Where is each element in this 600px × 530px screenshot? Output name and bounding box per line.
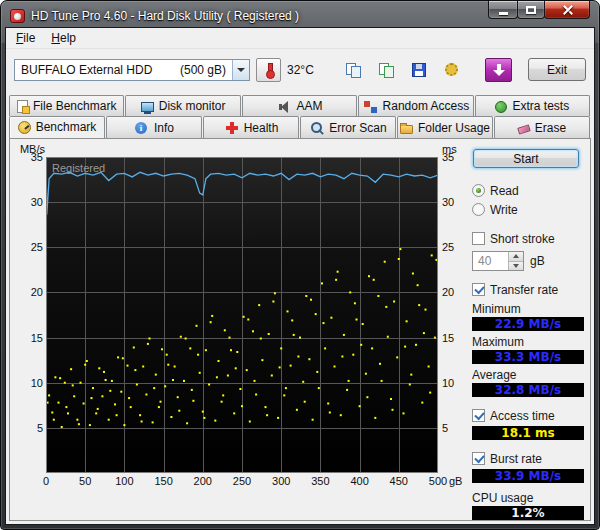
tab-label: Benchmark [36,120,97,134]
start-button[interactable]: Start [473,149,579,168]
temperature-value: 32°C [287,63,314,77]
tab-random-access[interactable]: Random Access [358,95,473,116]
x-axis-tick: 350 [311,475,329,487]
read-radio-label: Read [490,184,519,198]
checkbox-icon [472,283,485,296]
save-icon [412,63,426,77]
y-axis-tick-right: 25 [442,241,454,253]
y-axis-tick-left: 10 [31,377,43,389]
drive-selector[interactable]: BUFFALO External HDD (500 gB) [14,59,250,81]
y-axis-tick-left: 25 [31,241,43,253]
menu-file[interactable]: File [8,29,43,47]
minimum-label: Minimum [472,302,586,316]
write-radio[interactable]: Write [472,201,586,218]
x-axis-tick: 50 [79,475,91,487]
maximum-value: 33.3 MB/s [472,350,584,364]
tab-extra-tests[interactable]: Extra tests [475,95,590,116]
access-time-value: 18.1 ms [472,426,584,440]
x-axis-tick: 400 [350,475,368,487]
tab-disk-monitor[interactable]: Disk monitor [125,95,240,116]
access-time-checkbox[interactable]: Access time [472,407,586,424]
benchmark-page: MB/s ms 3530252015105 Registered [9,138,591,521]
radio-icon [472,203,485,216]
tab-label: Error Scan [329,121,386,135]
plot-cell: Registered [46,157,438,473]
x-axis-ticks: 050100150200250300350400450500gB [46,473,438,491]
y-axis-tick-left: 30 [31,196,43,208]
aam-icon [277,99,292,113]
temperature-button[interactable] [256,58,281,82]
burst-rate-checkbox[interactable]: Burst rate [472,450,586,467]
y-axis-tick-right: 35 [442,151,454,163]
disk-monitor-icon [141,102,154,112]
copy-screenshot-button[interactable] [339,58,366,82]
access-time-label: Access time [490,409,555,423]
random-access-icon [363,99,378,113]
minimize-icon [499,12,508,15]
toolbar: BUFFALO External HDD (500 gB) 32°C Exit [6,49,594,90]
y-axis-ticks-left: 3530252015105 [16,157,46,473]
exit-button[interactable]: Exit [528,58,586,81]
tab-folder-usage[interactable]: Folder Usage [397,116,493,138]
tab-erase[interactable]: Erase [494,116,590,138]
health-icon [224,121,239,135]
tab-info[interactable]: Info [106,116,202,138]
read-radio[interactable]: Read [472,182,586,199]
x-axis-tick: 450 [390,475,408,487]
checkbox-icon [472,452,485,465]
tab-label: File Benchmark [33,99,116,113]
tab-benchmark[interactable]: Benchmark [9,116,105,138]
transfer-rate-label: Transfer rate [490,283,558,297]
x-axis-tick: 0 [43,475,49,487]
spinner-down-button[interactable] [509,262,523,271]
update-check-button[interactable] [485,58,512,82]
menu-help[interactable]: Help [43,29,84,47]
average-label: Average [472,368,586,382]
tab-label: Disk monitor [159,99,226,113]
chevron-down-icon[interactable] [232,60,249,80]
tab-label: Folder Usage [418,121,490,135]
copy-text-button[interactable] [372,58,399,82]
burst-rate-value: 33.9 MB/s [472,469,584,483]
benchmark-icon [18,121,31,134]
minimize-button[interactable] [488,1,518,19]
tab-file-benchmark[interactable]: File Benchmark [9,95,124,116]
tab-label: Erase [535,121,566,135]
x-axis-tick: 100 [115,475,133,487]
gear-icon [445,63,458,76]
benchmark-plot: Registered [46,157,438,473]
folder-usage-icon [400,125,413,134]
menubar: File Help [6,28,594,49]
y-axis-tick-right: 30 [442,196,454,208]
y-axis-tick-right: 15 [442,332,454,344]
save-screenshot-button[interactable] [405,58,432,82]
checkbox-icon [472,409,485,422]
y-axis-tick-right: 20 [442,286,454,298]
short-stroke-size-value: 40 [473,252,508,270]
client-area: File Help BUFFALO External HDD (500 gB) … [5,27,595,525]
close-button[interactable] [544,1,590,19]
x-axis-tick: 500 [429,475,447,487]
y-axis-ticks-right: 3530252015105 [438,157,464,473]
benchmark-chart: MB/s ms 3530252015105 Registered [10,139,464,520]
short-stroke-checkbox[interactable]: Short stroke [472,230,586,247]
extra-tests-icon [495,101,507,113]
y-axis-tick-left: 15 [31,332,43,344]
spinner-up-button[interactable] [509,252,523,262]
maximize-button[interactable] [517,1,545,19]
tab-health[interactable]: Health [203,116,299,138]
drive-name: BUFFALO External HDD [21,63,152,77]
x-axis-unit-label: gB [449,475,462,487]
tabstrip: File BenchmarkDisk monitorAAMRandom Acce… [6,90,594,138]
drive-capacity: (500 gB) [180,63,226,77]
file-benchmark-icon [17,100,28,113]
short-stroke-size-input[interactable]: 40 [472,251,524,271]
tab-label: Health [244,121,279,135]
tab-aam[interactable]: AAM [242,95,357,116]
y-axis-tick-left: 35 [31,151,43,163]
y-axis-tick-left: 20 [31,286,43,298]
tab-label: Extra tests [512,99,569,113]
options-button[interactable] [438,58,465,82]
transfer-rate-checkbox[interactable]: Transfer rate [472,281,586,298]
tab-error-scan[interactable]: Error Scan [300,116,396,138]
